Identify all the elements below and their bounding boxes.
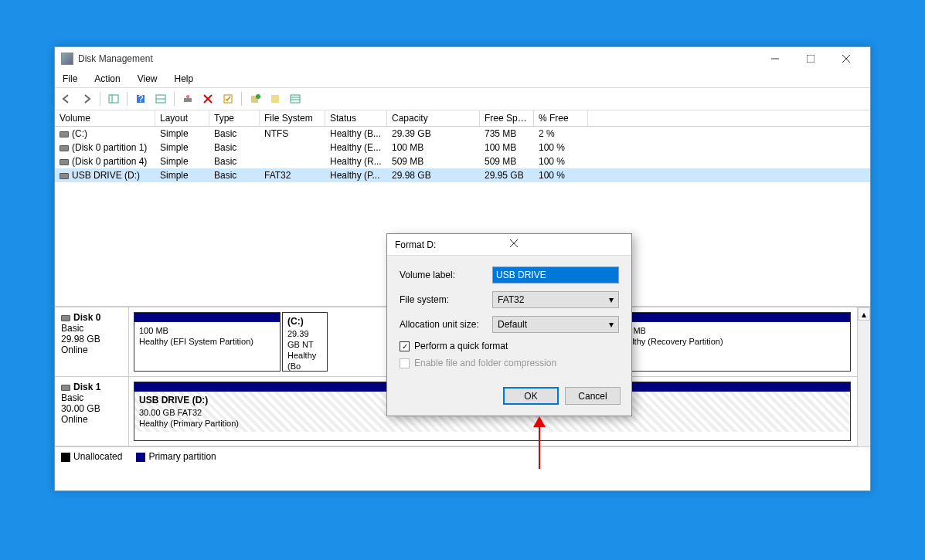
col-pct[interactable]: % Free [534, 110, 588, 126]
allocation-size-label: Allocation unit size: [400, 319, 492, 330]
volume-label-input[interactable] [492, 266, 619, 283]
col-volume[interactable]: Volume [55, 110, 155, 126]
titlebar[interactable]: Disk Management [55, 47, 870, 70]
disk-header[interactable]: Disk 0Basic29.98 GBOnline [55, 307, 129, 376]
legend: Unallocated Primary partition [55, 446, 870, 466]
window-title: Disk Management [78, 53, 757, 64]
swatch-primary [136, 453, 145, 462]
format-dialog: Format D: Volume label: File system: FAT… [386, 233, 632, 416]
menu-view[interactable]: View [134, 72, 161, 86]
refresh-button[interactable] [247, 90, 264, 107]
toolbar: ? [55, 88, 870, 110]
partition[interactable]: 509 MBHealthy (Recovery Partition) [611, 312, 851, 372]
close-button[interactable] [828, 47, 864, 70]
scrollbar[interactable]: ▴ [857, 307, 870, 446]
ok-button[interactable]: OK [503, 387, 559, 405]
col-free[interactable]: Free Spa... [480, 110, 534, 126]
volume-label-label: Volume label: [400, 270, 492, 280]
menubar: File Action View Help [55, 70, 870, 88]
svg-rect-4 [109, 95, 118, 103]
svg-rect-17 [271, 95, 279, 103]
scroll-up-icon[interactable]: ▴ [858, 307, 870, 321]
back-button[interactable] [58, 90, 75, 107]
table-row[interactable]: (Disk 0 partition 1)SimpleBasicHealthy (… [55, 141, 870, 154]
dialog-close-icon[interactable] [509, 239, 624, 250]
partition[interactable]: 100 MBHealthy (EFI System Partition) [134, 312, 281, 372]
table-row[interactable]: USB DRIVE (D:)SimpleBasicFAT32Healthy (P… [55, 168, 870, 182]
help-button[interactable]: ? [132, 90, 149, 107]
menu-action[interactable]: Action [91, 72, 123, 86]
quick-format-checkbox[interactable]: ✓Perform a quick format [400, 341, 619, 351]
col-type[interactable]: Type [209, 110, 260, 126]
svg-rect-10 [184, 98, 192, 102]
svg-rect-1 [807, 55, 814, 63]
dialog-titlebar[interactable]: Format D: [387, 234, 631, 256]
table-row[interactable]: (Disk 0 partition 4)SimpleBasicHealthy (… [55, 154, 870, 168]
svg-point-11 [186, 95, 189, 98]
svg-point-16 [256, 94, 260, 99]
enable-compression-checkbox: Enable file and folder compression [400, 358, 619, 368]
swatch-unallocated [61, 453, 70, 462]
maximize-button[interactable] [793, 47, 828, 70]
col-layout[interactable]: Layout [155, 110, 209, 126]
show-hide-tree-button[interactable] [105, 90, 122, 107]
menu-help[interactable]: Help [172, 72, 197, 86]
chevron-down-icon: ▾ [609, 294, 614, 305]
forward-button[interactable] [78, 90, 95, 107]
col-status[interactable]: Status [325, 110, 387, 126]
file-system-select[interactable]: FAT32▾ [492, 291, 619, 308]
allocation-size-select[interactable]: Default▾ [492, 316, 619, 333]
svg-rect-18 [291, 95, 300, 103]
view-bottom-button[interactable] [152, 90, 169, 107]
settings-button[interactable] [179, 90, 196, 107]
table-row[interactable]: (C:)SimpleBasicNTFSHealthy (B...29.39 GB… [55, 127, 870, 141]
file-system-label: File system: [400, 294, 492, 305]
app-icon [61, 53, 73, 65]
col-fs[interactable]: File System [260, 110, 325, 126]
list-view-button[interactable] [287, 90, 304, 107]
partition[interactable]: (C:)29.39 GB NTHealthy (Bo [282, 312, 328, 372]
chevron-down-icon: ▾ [609, 319, 614, 330]
cancel-button[interactable]: Cancel [565, 387, 621, 405]
svg-text:?: ? [138, 93, 144, 104]
minimize-button[interactable] [757, 47, 793, 70]
menu-file[interactable]: File [60, 72, 80, 86]
disk-header[interactable]: Disk 1Basic30.00 GBOnline [55, 377, 129, 446]
rescan-disks-button[interactable] [267, 90, 284, 107]
delete-button[interactable] [199, 90, 216, 107]
properties-button[interactable] [219, 90, 236, 107]
dialog-title: Format D: [395, 239, 509, 250]
col-capacity[interactable]: Capacity [387, 110, 480, 126]
